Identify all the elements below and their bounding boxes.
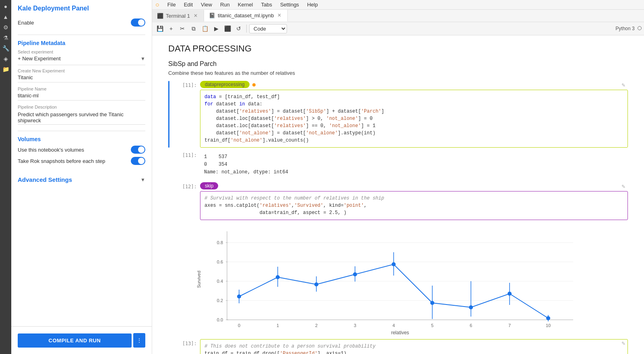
cell-tag-datapreprocessing: datapreprocessing [200, 81, 250, 88]
advanced-settings-row[interactable]: Advanced Settings ▼ [11, 171, 152, 188]
cell-13-code-block[interactable]: # This does not contribute to a person s… [200, 339, 628, 354]
restart-button[interactable]: ↺ [233, 23, 244, 34]
experiment-arrow: ▼ [140, 56, 145, 62]
experiment-dropdown[interactable]: + New Experiment ▼ [18, 56, 145, 65]
menu-bar: ○ File Edit View Run Kernel Tabs Setting… [152, 0, 644, 10]
description-text: Combine these two features as the number… [168, 70, 628, 76]
cell-13-bar [168, 339, 169, 354]
save-button[interactable]: 💾 [155, 23, 165, 34]
jupyter-logo: ○ [155, 1, 159, 8]
menu-settings[interactable]: Settings [279, 1, 301, 8]
svg-text:0: 0 [238, 323, 240, 328]
tab-terminal-label: Terminal 1 [166, 13, 190, 19]
advanced-settings-arrow: ▼ [140, 177, 145, 183]
subsection-heading: SibSp and Parch [168, 60, 628, 68]
pipeline-name-value: titanic-ml [18, 93, 145, 101]
svg-text:1: 1 [277, 323, 279, 328]
toolbar: 💾 + ✂ ⧉ 📋 ▶ ⬛ ↺ Code Markdown Raw Python… [152, 22, 644, 35]
enable-label: Enable [18, 20, 34, 26]
icon-bar: ● ▲ ⚙ ⚗ 🔧 ◈ 📁 [0, 0, 11, 354]
chart-svg: 0.0 0.2 0.4 0.6 0.8 [203, 223, 585, 336]
chart-container: Survived 0.0 0.2 0.4 0.6 0.8 [196, 223, 628, 336]
pipeline-desc-textarea[interactable]: Predict which passengers survived the Ti… [18, 111, 145, 125]
svg-text:4: 4 [392, 323, 395, 328]
experiment-value: + New Experiment [18, 56, 61, 62]
icon-folder[interactable]: 📁 [1, 64, 10, 74]
svg-text:0.4: 0.4 [217, 279, 223, 284]
cell-11-output-number: [11]: [173, 151, 197, 158]
sidebar-spacer [11, 188, 152, 326]
svg-text:0.0: 0.0 [217, 317, 223, 322]
enable-toggle[interactable] [131, 19, 145, 27]
paste-button[interactable]: 📋 [200, 23, 210, 34]
compile-btn-area: COMPILE AND RUN ⋮ [11, 326, 152, 354]
notebook-content: DATA PROCESSING SibSp and Parch Combine … [152, 35, 644, 354]
volumes-section: Volumes Use this notebook's volumes Take… [11, 133, 152, 171]
pipeline-metadata-title: Pipeline Metadata [18, 40, 145, 46]
chart-point-3 [353, 272, 357, 276]
tab-terminal[interactable]: ⬛ Terminal 1 ✕ [152, 10, 204, 21]
cell-11-body[interactable]: datapreprocessing data = [train_df, test… [200, 81, 628, 148]
compile-run-button[interactable]: COMPILE AND RUN [18, 333, 132, 348]
add-cell-button[interactable]: + [166, 23, 176, 34]
tab-notebook-close[interactable]: ✕ [276, 12, 283, 19]
tab-notebook[interactable]: 📓 titanic_dataset_ml.ipynb ✕ [204, 10, 288, 22]
cell-12-code-block[interactable]: # Survival with respect to the number of… [200, 191, 628, 220]
menu-edit[interactable]: Edit [182, 1, 194, 8]
cell-13-edit-icon[interactable]: ✎ [621, 341, 625, 346]
menu-file[interactable]: File [166, 1, 178, 8]
cell-edit-icon[interactable]: ✎ [621, 82, 625, 88]
menu-kernel[interactable]: Kernel [236, 1, 255, 8]
menu-run[interactable]: Run [219, 1, 231, 8]
cell-12-body[interactable]: skip # Survival with respect to the numb… [200, 182, 628, 220]
cell-12-number: [12]: [173, 182, 197, 189]
icon-triangle[interactable]: ▲ [1, 12, 10, 22]
menu-view[interactable]: View [199, 1, 214, 8]
cell-11-number: [11]: [173, 81, 197, 88]
rok-snapshots-label: Take Rok snapshots before each step [18, 158, 105, 164]
chart-point-1 [276, 275, 280, 279]
notebook-volumes-toggle[interactable] [131, 146, 145, 154]
icon-diamond[interactable]: ◈ [1, 54, 10, 64]
tabs-bar: ⬛ Terminal 1 ✕ 📓 titanic_dataset_ml.ipyn… [152, 10, 644, 22]
interrupt-button[interactable]: ⬛ [222, 23, 233, 34]
sidebar-header: Kale Deployment Panel [11, 0, 152, 15]
chart-point-5 [430, 301, 434, 305]
rok-snapshots-toggle[interactable] [131, 157, 145, 165]
notebook-volumes-label: Use this notebook's volumes [18, 147, 84, 153]
python-badge: Python 3 [615, 26, 642, 31]
cell-type-select[interactable]: Code Markdown Raw [249, 24, 287, 33]
run-button[interactable]: ▶ [211, 23, 221, 34]
icon-wrench[interactable]: 🔧 [1, 43, 10, 53]
cell-12-edit-icon[interactable]: ✎ [621, 184, 625, 189]
tab-notebook-label: titanic_dataset_ml.ipynb [218, 12, 274, 19]
compile-menu-button[interactable]: ⋮ [133, 333, 145, 348]
create-experiment-value: Titanic [18, 74, 145, 82]
select-experiment-label: Select experiment [18, 49, 145, 54]
menu-help[interactable]: Help [305, 1, 320, 8]
kernel-status-icon [638, 26, 642, 30]
pipeline-name-label: Pipeline Name [18, 86, 145, 91]
icon-flask[interactable]: ⚗ [1, 33, 10, 43]
copy-button[interactable]: ⧉ [188, 23, 199, 34]
rok-snapshots-row: Take Rok snapshots before each step [18, 157, 145, 165]
svg-text:0.8: 0.8 [217, 240, 223, 245]
cut-button[interactable]: ✂ [177, 23, 188, 34]
tab-terminal-close[interactable]: ✕ [192, 12, 199, 19]
svg-text:2: 2 [315, 323, 318, 328]
kale-panel-title: Kale Deployment Panel [18, 5, 145, 12]
cell-11-code-block[interactable]: data = [train_df, test_df] for dataset i… [200, 90, 628, 148]
menu-tabs[interactable]: Tabs [259, 1, 273, 8]
icon-circle[interactable]: ● [1, 2, 10, 11]
cell-active-bar [168, 81, 169, 148]
icon-gear[interactable]: ⚙ [1, 23, 10, 32]
cell-11-output-body: 1 537 0 354 Name: not_alone, dtype: int6… [200, 151, 628, 179]
enable-section: Enable [11, 15, 152, 33]
cell-output-bar [168, 151, 169, 179]
cell-dot [252, 83, 256, 86]
cell-13-body[interactable]: # This does not contribute to a person s… [200, 339, 628, 354]
cell-11-code: [11]: datapreprocessing data = [train_df… [168, 81, 628, 148]
section-heading: DATA PROCESSING [168, 43, 628, 54]
notebook-icon: 📓 [209, 12, 215, 19]
sidebar-panel: Kale Deployment Panel Enable Pipeline Me… [11, 0, 152, 354]
